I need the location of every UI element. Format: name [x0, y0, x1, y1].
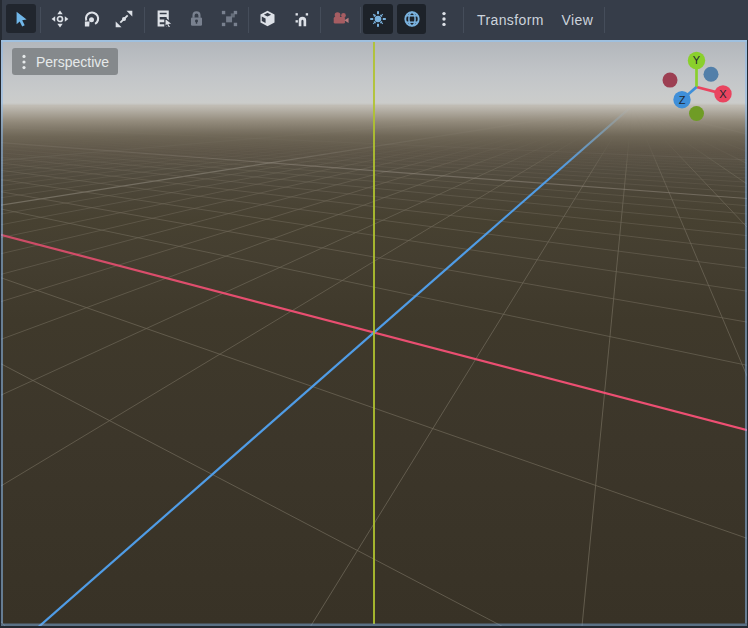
svg-text:Z: Z — [679, 94, 686, 106]
svg-text:X: X — [719, 88, 727, 100]
svg-text:Y: Y — [693, 54, 701, 66]
